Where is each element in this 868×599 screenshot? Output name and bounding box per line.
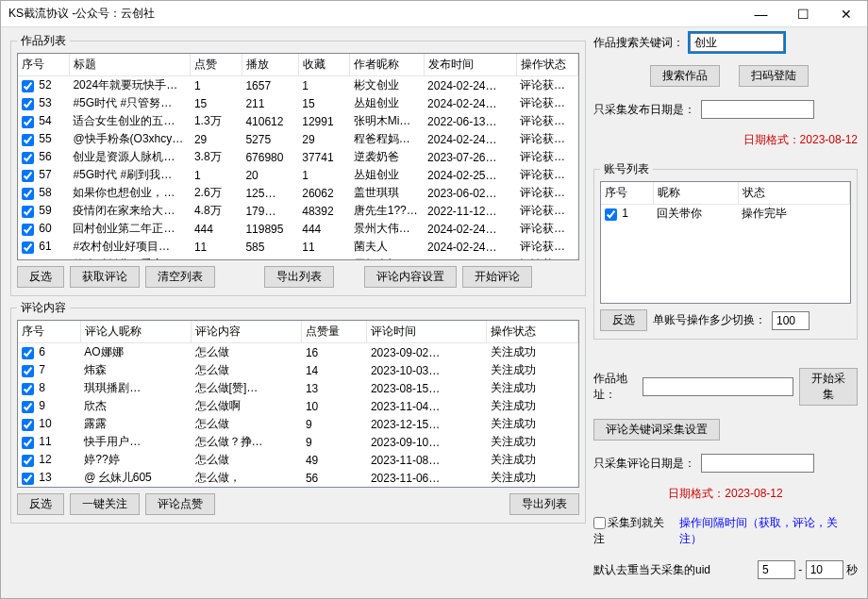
column-header[interactable]: 序号 (18, 54, 69, 76)
row-checkbox[interactable] (22, 365, 34, 377)
row-checkbox[interactable] (22, 419, 34, 431)
table-row[interactable]: 9欣杰怎么做啊102023-11-04…关注成功 (18, 397, 578, 415)
row-checkbox[interactable] (22, 170, 34, 182)
column-header[interactable]: 评论人昵称 (80, 321, 191, 343)
work-url-label: 作品地址： (593, 371, 637, 403)
minimize-button[interactable]: — (740, 1, 782, 27)
column-header[interactable]: 操作状态 (516, 54, 577, 76)
like-comment-button[interactable]: 评论点赞 (145, 493, 215, 515)
row-checkbox[interactable] (22, 224, 34, 236)
row-checkbox[interactable] (22, 437, 34, 449)
column-header[interactable]: 序号 (18, 321, 80, 343)
table-row[interactable]: 12婷??婷怎么做492023-11-08…关注成功 (18, 451, 578, 469)
maximize-button[interactable]: ☐ (782, 1, 825, 27)
column-header[interactable]: 序号 (601, 182, 653, 205)
titlebar: KS截流协议 -公众号：云创社 — ☐ ✕ (1, 1, 867, 27)
column-header[interactable]: 作者昵称 (350, 54, 424, 76)
row-checkbox[interactable] (605, 208, 617, 221)
account-panel: 账号列表 序号昵称状态 1回关带你操作完毕 反选 单账号操作多少切换： (593, 161, 858, 340)
comment-date-input[interactable] (701, 454, 814, 473)
row-checkbox[interactable] (22, 80, 34, 92)
row-checkbox[interactable] (22, 241, 34, 254)
table-row[interactable]: 57#5G时代 #刷到我…1201丛姐创业2024-02-25…评论获… (18, 166, 578, 184)
comment-keyword-settings-button[interactable]: 评论关键词采集设置 (593, 419, 720, 441)
start-collect-button[interactable]: 开始采集 (799, 368, 858, 406)
account-legend: 账号列表 (600, 161, 653, 177)
window-title: KS截流协议 -公众号：云创社 (8, 6, 155, 22)
date-format-hint-2: 日期格式：2023-08-12 (668, 486, 782, 502)
get-comments-button[interactable]: 获取评论 (70, 266, 140, 288)
comment-date-label: 只采集评论日期是： (593, 456, 695, 472)
column-header[interactable]: 标题 (69, 54, 191, 76)
bulk-follow-button[interactable]: 一键关注 (70, 493, 140, 515)
table-row[interactable]: 58如果你也想创业，…2.6万125…26062盖世琪琪2023-06-02…评… (18, 184, 578, 202)
row-checkbox[interactable] (22, 347, 34, 359)
single-switch-input[interactable] (772, 311, 810, 330)
column-header[interactable]: 点赞 (191, 54, 242, 76)
account-invert-select-button[interactable]: 反选 (600, 309, 647, 331)
work-url-input[interactable] (643, 377, 793, 396)
clear-list-button[interactable]: 清空列表 (145, 266, 215, 288)
row-checkbox[interactable] (22, 473, 34, 485)
works-export-button[interactable]: 导出列表 (264, 266, 334, 288)
table-row[interactable]: 8琪琪播剧…怎么做[赞]…132023-08-15…关注成功 (18, 379, 578, 397)
column-header[interactable]: 收藏 (298, 54, 349, 76)
works-table: 序号标题点赞播放收藏作者昵称发布时间操作状态 522024年就要玩快手…1165… (18, 54, 578, 259)
column-header[interactable]: 点赞量 (302, 321, 367, 343)
row-checkbox[interactable] (22, 383, 34, 395)
scan-login-button[interactable]: 扫码登陆 (739, 65, 809, 87)
interval-label: 操作间隔时间（获取，评论，关注） (679, 515, 858, 547)
works-legend: 作品列表 (17, 33, 70, 49)
table-row[interactable]: 11快手用户…怎么做？挣…92023-09-10…关注成功 (18, 433, 578, 451)
comments-invert-select-button[interactable]: 反选 (17, 493, 64, 515)
comments-table: 序号评论人昵称评论内容点赞量评论时间操作状态 6AO娜娜怎么做162023-09… (18, 321, 578, 487)
table-row[interactable]: 13@ 幺妹儿605怎么做，562023-11-06…关注成功 (18, 469, 578, 487)
row-checkbox[interactable] (22, 116, 34, 128)
column-header[interactable]: 发布时间 (424, 54, 516, 76)
works-invert-select-button[interactable]: 反选 (17, 266, 64, 288)
table-row[interactable]: 7炜森怎么做142023-10-03…关注成功 (18, 361, 578, 379)
comments-legend: 评论内容 (17, 300, 70, 316)
table-row[interactable]: 60回村创业第二年正…444119895444景州大伟…2024-02-24…评… (18, 220, 578, 238)
date-format-hint-1: 日期格式：2023-08-12 (743, 132, 858, 148)
comments-export-button[interactable]: 导出列表 (509, 493, 579, 515)
single-switch-label: 单账号操作多少切换： (653, 312, 766, 328)
row-checkbox[interactable] (22, 455, 34, 467)
column-header[interactable]: 评论内容 (192, 321, 302, 343)
row-checkbox[interactable] (22, 188, 34, 200)
interval-min-input[interactable] (758, 560, 795, 579)
column-header[interactable]: 昵称 (653, 182, 738, 205)
table-row[interactable]: 55@快手粉条(O3xhcy…29527529程爸程妈…2024-02-24…评… (18, 130, 578, 148)
column-header[interactable]: 播放 (242, 54, 298, 76)
table-row[interactable]: 56创业是资源人脉机…3.8万67698037741逆袭奶爸2023-07-26… (18, 148, 578, 166)
table-row[interactable]: 62什么叫创业，看完…2.7万82249826727周杨幸福…2023-05-2… (18, 256, 578, 259)
account-table: 序号昵称状态 1回关带你操作完毕 (601, 182, 850, 223)
table-row[interactable]: 59疫情闭在家来给大…4.8万179…48392唐先生1??…2022-11-1… (18, 202, 578, 220)
table-row[interactable]: 54适合女生创业的五…1.3万41061212991张明木Mi…2022-06-… (18, 112, 578, 130)
table-row[interactable]: 1回关带你操作完毕 (601, 205, 850, 224)
close-button[interactable]: ✕ (825, 1, 867, 27)
follow-on-collect-checkbox[interactable]: 采集到就关注 (593, 515, 674, 547)
start-comment-button[interactable]: 开始评论 (462, 266, 532, 288)
comment-settings-button[interactable]: 评论内容设置 (364, 266, 457, 288)
column-header[interactable]: 状态 (738, 182, 850, 205)
pub-date-input[interactable] (701, 100, 814, 119)
table-row[interactable]: 522024年就要玩快手…116571彬文创业2024-02-24…评论获… (18, 76, 578, 95)
row-checkbox[interactable] (22, 401, 34, 413)
comments-panel: 评论内容 序号评论人昵称评论内容点赞量评论时间操作状态 6AO娜娜怎么做1620… (10, 300, 586, 524)
row-checkbox[interactable] (22, 98, 34, 110)
row-checkbox[interactable] (22, 206, 34, 218)
search-works-button[interactable]: 搜索作品 (650, 65, 720, 87)
table-row[interactable]: 6AO娜娜怎么做162023-09-02…关注成功 (18, 343, 578, 362)
table-row[interactable]: 61#农村创业好项目…1158511菌夫人2024-02-24…评论获… (18, 238, 578, 256)
search-input[interactable] (690, 33, 784, 52)
search-label: 作品搜索关键词： (593, 35, 684, 51)
row-checkbox[interactable] (22, 134, 34, 146)
interval-max-input[interactable] (806, 560, 843, 579)
row-checkbox[interactable] (22, 152, 34, 164)
table-row[interactable]: 10露露怎么做92023-12-15…关注成功 (18, 415, 578, 433)
works-panel: 作品列表 序号标题点赞播放收藏作者昵称发布时间操作状态 522024年就要玩快手… (10, 33, 586, 296)
table-row[interactable]: 53#5G时代 #只管努…1521115丛姐创业2024-02-24…评论获… (18, 94, 578, 112)
column-header[interactable]: 评论时间 (367, 321, 487, 343)
column-header[interactable]: 操作状态 (487, 321, 578, 343)
